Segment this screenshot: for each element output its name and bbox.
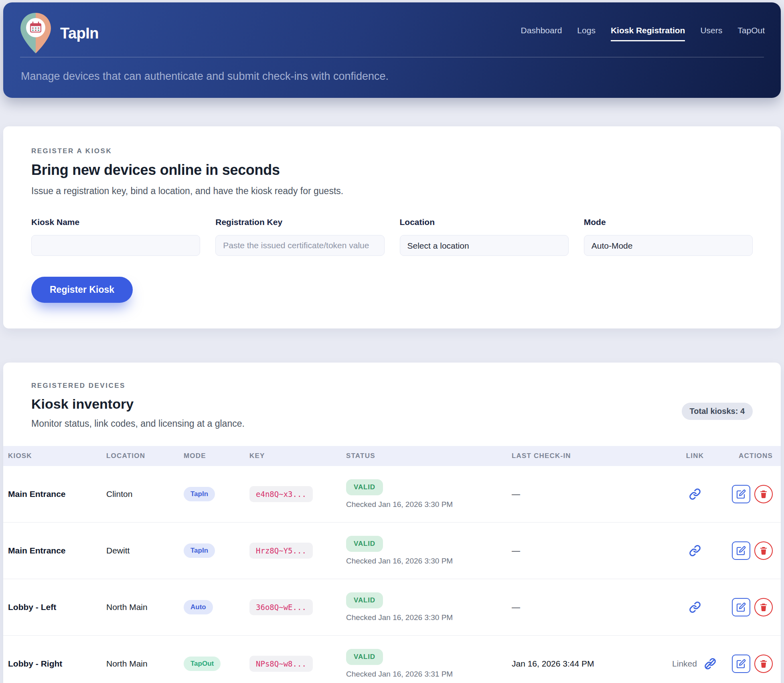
mode-badge: TapOut: [184, 657, 221, 671]
col-status: Status: [346, 452, 512, 460]
mode-badge: TapIn: [184, 543, 215, 558]
nav-item-kiosk-registration[interactable]: Kiosk Registration: [611, 26, 685, 41]
kiosk-key: NPs8Q~w8...: [249, 656, 313, 672]
mode-badge: TapIn: [184, 487, 215, 501]
inventory-subtitle: Monitor status, link codes, and licensin…: [31, 418, 245, 429]
table-row: Main Entrance Dewitt TapIn Hrz8Q~Y5... V…: [3, 523, 781, 579]
inventory-heading-group: Registered Devices Kiosk inventory Monit…: [31, 382, 245, 429]
field-location: Location Select a location: [400, 217, 569, 256]
edit-button[interactable]: [732, 655, 750, 673]
table-row: Lobby - Right North Main TapOut NPs8Q~w8…: [3, 636, 781, 683]
kiosk-location: Clinton: [106, 489, 184, 499]
link-icon: [689, 488, 701, 500]
inventory-title: Kiosk inventory: [31, 396, 245, 412]
kiosk-name: Main Entrance: [8, 489, 106, 499]
status-checked-time: Checked Jan 16, 2026 3:30 PM: [346, 613, 453, 622]
link-cell: [659, 600, 731, 615]
location-label: Location: [400, 217, 569, 227]
trash-icon: [759, 602, 768, 612]
main-nav: Dashboard Logs Kiosk Registration Users …: [521, 26, 765, 41]
kiosk-key: Hrz8Q~Y5...: [249, 543, 313, 559]
delete-button[interactable]: [754, 598, 773, 616]
kiosk-location: North Main: [106, 602, 184, 612]
brand-name: TapIn: [60, 25, 99, 42]
nav-item-users[interactable]: Users: [700, 26, 722, 41]
actions-cell: [731, 598, 773, 616]
field-registration-key: Registration Key: [215, 217, 384, 256]
col-kiosk: Kiosk: [8, 452, 106, 460]
kiosk-inventory-card: Registered Devices Kiosk inventory Monit…: [3, 363, 781, 683]
kiosk-name-input[interactable]: [31, 235, 200, 256]
last-checkin: —: [512, 546, 659, 555]
actions-cell: [731, 485, 773, 503]
status-cell: VALID Checked Jan 16, 2026 3:31 PM: [346, 649, 512, 679]
status-badge: VALID: [346, 479, 383, 495]
link-button[interactable]: [687, 543, 703, 558]
last-checkin: —: [512, 602, 659, 612]
header-divider: [20, 57, 764, 57]
status-badge: VALID: [346, 592, 383, 608]
link-button[interactable]: [687, 486, 703, 502]
mode-select[interactable]: Auto-Mode: [584, 235, 753, 256]
kiosk-name-label: Kiosk Name: [31, 217, 200, 227]
field-kiosk-name: Kiosk Name: [31, 217, 200, 256]
header-tagline: Manage devices that can authenticate and…: [21, 70, 763, 83]
unlink-button[interactable]: [703, 656, 718, 671]
nav-item-logs[interactable]: Logs: [577, 26, 596, 41]
unlink-icon: [704, 658, 716, 670]
link-cell: Linked: [659, 656, 731, 671]
delete-button[interactable]: [754, 541, 773, 560]
edit-button[interactable]: [732, 485, 750, 503]
kiosk-location: Dewitt: [106, 546, 184, 555]
register-kiosk-card: Register a Kiosk Bring new devices onlin…: [3, 126, 781, 328]
kiosk-location: North Main: [106, 659, 184, 669]
edit-button[interactable]: [732, 541, 750, 560]
table-row: Main Entrance Clinton TapIn e4n8Q~x3... …: [3, 466, 781, 523]
nav-item-dashboard[interactable]: Dashboard: [521, 26, 562, 41]
link-button[interactable]: [687, 600, 703, 615]
register-title: Bring new devices online in seconds: [31, 162, 753, 178]
col-location: Location: [106, 452, 184, 460]
edit-icon: [736, 546, 746, 555]
link-icon: [689, 545, 701, 557]
trash-icon: [759, 546, 768, 555]
last-checkin: —: [512, 489, 659, 499]
edit-button[interactable]: [732, 598, 750, 616]
status-checked-time: Checked Jan 16, 2026 3:31 PM: [346, 670, 453, 679]
kiosk-table: Kiosk Location Mode Key Status Last Chec…: [3, 446, 781, 683]
register-kiosk-button[interactable]: Register Kiosk: [31, 277, 133, 303]
tapin-logo-pin-icon: [19, 12, 52, 55]
brand: TapIn: [19, 12, 99, 55]
status-cell: VALID Checked Jan 16, 2026 3:30 PM: [346, 479, 512, 509]
register-form: Kiosk Name Registration Key Location Sel…: [31, 217, 753, 256]
delete-button[interactable]: [754, 655, 773, 673]
mode-badge: Auto: [184, 600, 213, 614]
status-checked-time: Checked Jan 16, 2026 3:30 PM: [346, 500, 453, 509]
table-row: Lobby - Left North Main Auto 36o8Q~wE...…: [3, 579, 781, 636]
last-checkin: Jan 16, 2026 3:44 PM: [512, 659, 659, 669]
linked-label: Linked: [672, 659, 697, 669]
actions-cell: [731, 541, 773, 560]
trash-icon: [759, 659, 768, 669]
status-cell: VALID Checked Jan 16, 2026 3:30 PM: [346, 592, 512, 622]
kiosk-key: 36o8Q~wE...: [249, 599, 313, 615]
location-select[interactable]: Select a location: [400, 235, 569, 256]
edit-icon: [736, 659, 746, 669]
field-mode: Mode Auto-Mode: [584, 217, 753, 256]
mode-label: Mode: [584, 217, 753, 227]
trash-icon: [759, 489, 768, 499]
col-actions: Actions: [731, 452, 773, 460]
status-badge: VALID: [346, 536, 383, 552]
status-badge: VALID: [346, 649, 383, 665]
app-header: TapIn Dashboard Logs Kiosk Registration …: [3, 2, 781, 98]
col-mode: Mode: [184, 452, 249, 460]
registration-key-label: Registration Key: [215, 217, 384, 227]
registration-key-input[interactable]: [215, 235, 384, 256]
kiosk-table-header: Kiosk Location Mode Key Status Last Chec…: [3, 446, 781, 466]
kiosk-key: e4n8Q~x3...: [249, 486, 313, 502]
kiosk-name: Main Entrance: [8, 546, 106, 555]
nav-item-tapout[interactable]: TapOut: [737, 26, 765, 41]
delete-button[interactable]: [754, 485, 773, 503]
edit-icon: [736, 602, 746, 612]
col-link: Link: [659, 452, 731, 460]
